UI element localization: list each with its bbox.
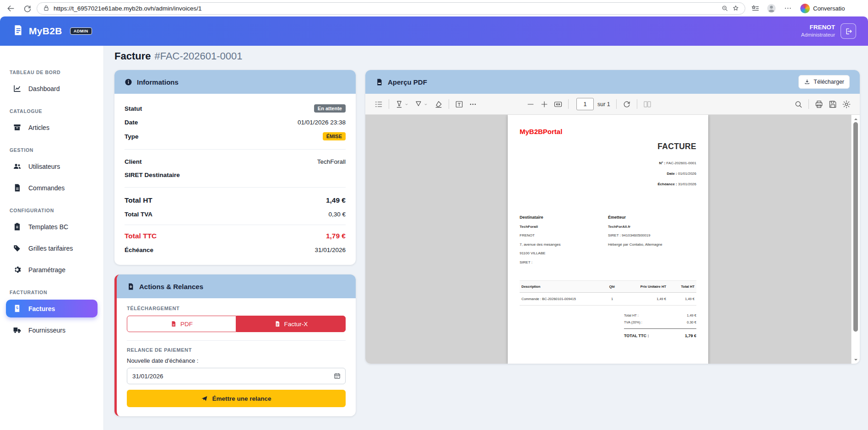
- total-ttc-label: Total TTC: [125, 232, 157, 240]
- admin-badge: ADMIN: [70, 27, 92, 35]
- zoom-in-button[interactable]: [537, 97, 551, 111]
- back-arrow-icon: [6, 4, 15, 13]
- actions-card-header: Actions & Relances: [117, 274, 356, 298]
- sidebar-item-utilisateurs[interactable]: Utilisateurs: [6, 157, 98, 175]
- pdf-button-label: PDF: [180, 321, 193, 328]
- sidebar-item-label: Factures: [28, 305, 55, 312]
- scrollbar-thumb[interactable]: [853, 122, 858, 332]
- divider: [127, 340, 346, 341]
- toolbar-separator: [568, 99, 569, 109]
- doc-date: 01/01/2026: [678, 172, 696, 176]
- chevron-down-icon[interactable]: [423, 102, 428, 107]
- padlock-icon: [43, 5, 50, 12]
- favorite-star-icon[interactable]: [732, 5, 739, 12]
- search-document-button[interactable]: [792, 97, 805, 111]
- nav-section-dashboard: TABLEAU DE BORD: [6, 70, 98, 75]
- sidebar-item-fournisseurs[interactable]: Fournisseurs: [6, 321, 98, 339]
- toc-button[interactable]: [372, 97, 385, 111]
- page-number-input[interactable]: [576, 98, 594, 110]
- row-statut: Statut En attente: [125, 101, 346, 116]
- sidebar-item-articles[interactable]: Articles: [6, 118, 98, 136]
- browser-menu-button[interactable]: [781, 1, 795, 15]
- due-date-input[interactable]: [127, 368, 346, 384]
- recipient-line: FRENOT: [520, 231, 608, 240]
- recipient-line: 91100 VILLABE: [520, 249, 608, 258]
- erase-button[interactable]: [432, 97, 445, 111]
- sidebar-item-label: Paramétrage: [28, 266, 65, 274]
- sidebar-item-label: Templates BC: [28, 223, 68, 231]
- address-bar[interactable]: https://t_6957021e61abe.myb2b.ovh/admin/…: [37, 2, 745, 15]
- table-row: Commande : BC-20260101-009415 1 1,49 € 1…: [520, 293, 696, 306]
- relance-section-label: RELANCE DE PAIEMENT: [127, 347, 346, 353]
- download-facturx-button[interactable]: Factur-X: [236, 316, 346, 332]
- due-date-field-label: Nouvelle date d'échéance :: [127, 357, 346, 364]
- app-header: MyB2B ADMIN FRENOT Administrateur: [0, 16, 868, 46]
- issuer-title: Émetteur: [608, 213, 696, 222]
- scroll-up-arrow[interactable]: [852, 116, 860, 122]
- sidebar-item-commandes[interactable]: Commandes: [6, 179, 98, 197]
- app-logo[interactable]: MyB2B ADMIN: [12, 24, 92, 38]
- add-text-button[interactable]: [452, 97, 466, 111]
- more-tools-button[interactable]: [466, 97, 480, 111]
- tags-icon: [13, 244, 22, 253]
- gear-icon: [842, 100, 851, 109]
- sidebar-item-factures[interactable]: Factures: [6, 300, 98, 317]
- recipient-line: SIRET :: [520, 258, 608, 267]
- minus-icon: [526, 100, 535, 109]
- page-count-label: sur 1: [597, 101, 610, 108]
- download-pdf-button[interactable]: PDF: [127, 316, 236, 332]
- divider: [125, 225, 346, 225]
- pdf-panel-header: Aperçu PDF Télécharger: [365, 70, 860, 94]
- print-button[interactable]: [812, 97, 826, 111]
- copilot-button[interactable]: Conversatio: [797, 4, 851, 13]
- total-ht-label: Total HT: [125, 196, 152, 204]
- save-button[interactable]: [826, 97, 840, 111]
- recipient-title: Destinataire: [520, 213, 608, 222]
- issuer-line: SIRET : 94103460500019: [608, 231, 696, 240]
- row-echeance: Échéance 31/01/2026: [125, 243, 346, 257]
- recipient-line: 7, avenue des mesanges: [520, 240, 608, 249]
- type-label: Type: [125, 133, 139, 140]
- date-label: Date: [125, 119, 138, 126]
- telecharger-button[interactable]: Télécharger: [798, 75, 850, 89]
- sidebar-item-grilles-tarifaires[interactable]: Grilles tarifaires: [6, 239, 98, 257]
- browser-back-button[interactable]: [4, 1, 17, 15]
- sidebar-item-dashboard[interactable]: Dashboard: [6, 80, 98, 97]
- zoom-out-icon[interactable]: [721, 5, 728, 12]
- total-ttc-value: 1,79 €: [326, 232, 346, 240]
- calendar-icon[interactable]: [333, 372, 341, 380]
- scroll-down-arrow[interactable]: [852, 356, 860, 363]
- page-title-text: Facture: [114, 50, 151, 62]
- zoom-out-button[interactable]: [524, 97, 537, 111]
- pdf-items-table: Description Qté Prix Unitaire HT Total H…: [520, 280, 696, 306]
- browser-profile-button[interactable]: [765, 1, 778, 15]
- sidebar-item-templates-bc[interactable]: Templates BC: [6, 218, 98, 236]
- copilot-label: Conversatio: [813, 5, 845, 12]
- actions-card: Actions & Relances TÉLÉCHARGEMENT PDF Fa…: [114, 274, 356, 416]
- invoice-logo-icon: [12, 24, 24, 38]
- invoice-number: #FAC-202601-0001: [154, 50, 242, 62]
- sidebar-item-parametrage[interactable]: Paramétrage: [6, 261, 98, 279]
- page-title: Facture#FAC-202601-0001: [114, 50, 860, 62]
- fit-to-width-button[interactable]: [551, 97, 565, 111]
- favorites-hub-button[interactable]: [748, 1, 762, 15]
- chart-icon: [13, 84, 22, 93]
- logout-button[interactable]: [841, 23, 856, 39]
- doc-number: FAC-202601-0001: [667, 161, 696, 165]
- ellipsis-icon: [784, 4, 792, 12]
- pdf-scrollbar[interactable]: [851, 115, 860, 364]
- file-download-icon: [127, 283, 135, 290]
- informations-card-header: Informations: [114, 70, 356, 94]
- tva-row: TVA (20%) : 0,30 €: [624, 319, 696, 326]
- recipient-line: TechForall: [520, 222, 608, 231]
- pdf-settings-button[interactable]: [840, 97, 853, 111]
- browser-refresh-button[interactable]: [20, 1, 34, 15]
- rotate-button[interactable]: [620, 97, 634, 111]
- chevron-down-icon[interactable]: [404, 102, 409, 107]
- browser-chrome: https://t_6957021e61abe.myb2b.ovh/admin/…: [0, 0, 868, 16]
- emit-relance-button[interactable]: Émettre une relance: [127, 390, 346, 407]
- pdf-viewer[interactable]: MyB2BPortal FACTURE N° : FAC-202601-0001…: [365, 115, 860, 364]
- table-of-contents-icon: [374, 100, 383, 109]
- pdf-panel-title: Aperçu PDF: [388, 78, 427, 86]
- client-label: Client: [125, 158, 142, 165]
